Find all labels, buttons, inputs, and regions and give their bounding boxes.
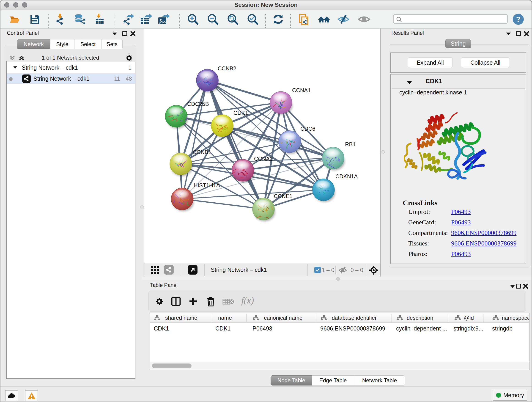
svg-text:CCNB1: CCNB1 xyxy=(193,149,211,155)
svg-text:CDKN1A: CDKN1A xyxy=(336,173,358,179)
svg-text:CCNB2: CCNB2 xyxy=(218,65,236,71)
svg-text:CDC6: CDC6 xyxy=(300,126,315,132)
svg-text:CDK1: CDK1 xyxy=(234,110,248,116)
svg-text:CCNE1: CCNE1 xyxy=(274,193,292,199)
svg-text:HIST1H1A: HIST1H1A xyxy=(194,182,220,188)
svg-text:CDC25B: CDC25B xyxy=(187,101,209,107)
svg-text:CCNA1: CCNA1 xyxy=(292,87,311,93)
svg-text:CCNA2: CCNA2 xyxy=(254,156,273,162)
svg-text:RB1: RB1 xyxy=(345,141,356,147)
